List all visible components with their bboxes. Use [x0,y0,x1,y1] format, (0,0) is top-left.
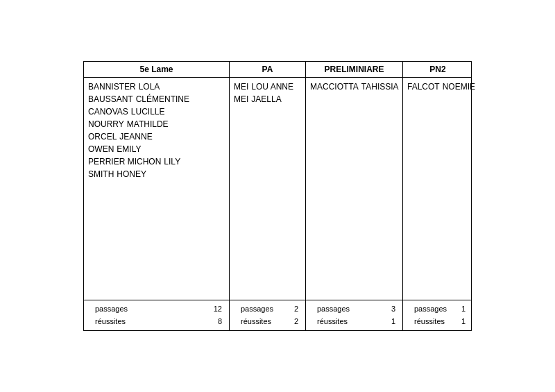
last-name: BANNISTER [88,80,136,93]
reussites-label: réussites [310,316,348,328]
last-name: MEI [234,80,248,93]
reussites-value: 2 [294,316,301,328]
last-name: FALCOT [407,80,440,93]
table-body: BANNISTERLOLABAUSSANTCLÉMENTINECANOVASLU… [84,78,471,300]
reussites-label: réussites [88,316,126,328]
last-name: MACCIOTTA [310,80,359,93]
passages-label: passages [310,303,350,316]
passages-value: 1 [461,303,468,316]
first-name: LUCILLE [131,105,165,118]
list-item: OWENEMILY [88,143,225,155]
reussites-value: 1 [461,316,468,328]
footer-5e-lame: passages12réussites8 [84,300,230,330]
last-name: NOURRY [88,118,124,130]
passages-value: 2 [294,303,301,316]
first-name: TAHISSIA [361,80,399,93]
last-name: OWEN [88,143,114,155]
footer-pa: passages2réussites2 [230,300,306,330]
passages-line: passages2 [234,303,301,316]
last-name: ORCEL [88,130,117,143]
reussites-line: réussites1 [310,316,398,328]
list-item: SMITHHONEY [88,168,225,180]
first-name: HONEY [117,168,146,180]
first-name: LOU ANNE [251,80,293,93]
list-item: MEIJAELLA [234,93,301,105]
list-item: FALCOTNOEMIE [407,80,468,93]
passages-value: 3 [391,303,398,316]
first-name: LOLA [139,80,160,93]
first-name: NOEMIE [443,80,475,93]
table-header: 5e Lame PA PRELIMINIARE PN2 [84,62,471,78]
passages-label: passages [234,303,273,316]
reussites-label: réussites [407,316,445,328]
list-item: PERRIER MICHONLILY [88,155,225,168]
list-item: ORCELJEANNE [88,130,225,143]
last-name: MEI [234,93,248,105]
passages-line: passages1 [407,303,468,316]
header-5e-lame: 5e Lame [84,62,230,77]
last-name: CANOVAS [88,105,128,118]
list-item: MEILOU ANNE [234,80,301,93]
first-name: MATHILDE [127,118,169,130]
footer-preliminiare: passages3réussites1 [306,300,403,330]
header-pa: PA [230,62,306,77]
last-name: BAUSSANT [88,93,133,105]
passages-label: passages [88,303,128,316]
first-name: LILY [164,155,180,168]
reussites-line: réussites1 [407,316,468,328]
list-item: MACCIOTTATAHISSIA [310,80,398,93]
last-name: SMITH [88,168,114,180]
col-pa: MEILOU ANNEMEIJAELLA [230,78,306,300]
list-item: BANNISTERLOLA [88,80,225,93]
passages-label: passages [407,303,447,316]
col-5e-lame: BANNISTERLOLABAUSSANTCLÉMENTINECANOVASLU… [84,78,230,300]
reussites-label: réussites [234,316,271,328]
passages-value: 12 [214,303,225,316]
table-footer: passages12réussites8 passages2réussites2… [84,300,471,330]
first-name: JEANNE [119,130,152,143]
passages-line: passages12 [88,303,225,316]
list-item: NOURRYMATHILDE [88,118,225,130]
reussites-line: réussites8 [88,316,225,328]
footer-pn2: passages1réussites1 [403,300,472,330]
header-preliminiare: PRELIMINIARE [306,62,403,77]
header-pn2: PN2 [403,62,472,77]
passages-line: passages3 [310,303,398,316]
first-name: JAELLA [251,93,281,105]
reussites-value: 8 [218,316,225,328]
reussites-value: 1 [391,316,398,328]
main-table: 5e Lame PA PRELIMINIARE PN2 BANNISTERLOL… [83,61,472,331]
first-name: EMILY [117,143,141,155]
first-name: CLÉMENTINE [136,93,189,105]
reussites-line: réussites2 [234,316,301,328]
list-item: CANOVASLUCILLE [88,105,225,118]
last-name: PERRIER MICHON [88,155,161,168]
col-pn2: FALCOTNOEMIE [403,78,472,300]
col-preliminiare: MACCIOTTATAHISSIA [306,78,403,300]
list-item: BAUSSANTCLÉMENTINE [88,93,225,105]
